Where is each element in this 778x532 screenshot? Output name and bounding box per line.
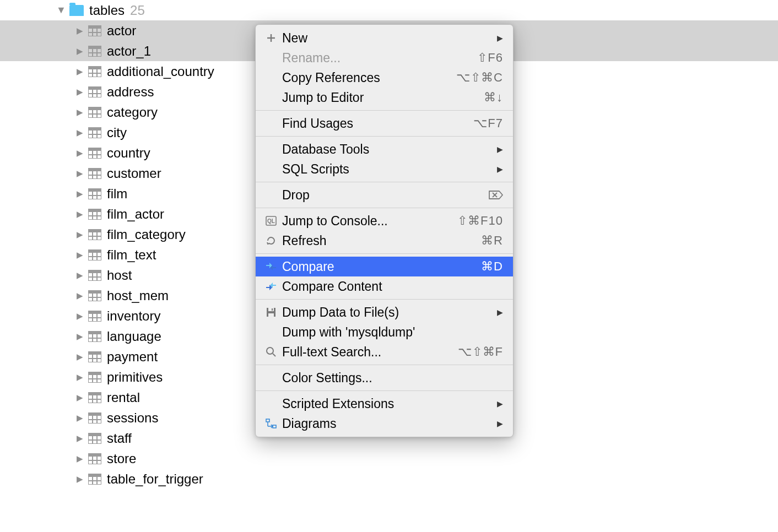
table-icon [88,168,101,179]
svg-rect-106 [88,453,101,457]
tree-item-label: host_mem [107,288,169,303]
chevron-right-icon[interactable] [74,229,86,240]
search-icon [263,346,279,357]
menu-item-sql-scripts[interactable]: SQL Scripts▶ [256,159,513,179]
svg-rect-11 [88,66,101,69]
table-icon [88,86,101,97]
chevron-right-icon[interactable] [74,249,86,260]
menu-separator [256,390,513,391]
chevron-right-icon[interactable] [74,330,86,342]
menu-item-dump-with-mysqldump[interactable]: Dump with 'mysqldump' [256,322,513,342]
table-icon [88,66,101,77]
chevron-right-icon[interactable] [74,392,86,403]
chevron-right-icon[interactable] [74,290,86,301]
svg-rect-31 [88,148,101,151]
menu-item-dump-data-to-file-s[interactable]: Dump Data to File(s)▶ [256,302,513,322]
tree-item-label: payment [107,349,158,365]
table-icon [88,107,101,118]
table-icon [88,25,101,36]
table-icon [88,188,101,199]
menu-item-label: Compare [279,259,481,274]
tree-item-label: actor_1 [107,44,151,59]
svg-rect-46 [88,209,101,212]
menu-item-label: New [279,31,497,46]
menu-item-label: Full-text Search... [279,345,458,360]
menu-item-drop[interactable]: Drop [256,185,513,205]
chevron-right-icon[interactable] [74,45,86,57]
svg-rect-26 [88,127,101,131]
cmp-icon [263,262,279,272]
chevron-right-icon[interactable] [74,432,86,444]
save-icon [263,307,279,317]
menu-item-new[interactable]: New▶ [256,28,513,48]
table-icon [88,229,101,240]
menu-item-jump-to-console[interactable]: QLJump to Console...⇧⌘F10 [256,211,513,231]
menu-separator [256,365,513,365]
chevron-right-icon[interactable] [74,25,86,36]
menu-item-diagrams[interactable]: Diagrams▶ [256,414,513,433]
menu-item-copy-references[interactable]: Copy References⌥⇧⌘C [256,68,513,88]
chevron-right-icon[interactable] [74,473,86,485]
drop-icon [489,189,503,200]
menu-item-compare[interactable]: Compare⌘D [256,257,513,276]
chevron-right-icon[interactable] [74,412,86,424]
menu-item-label: Dump Data to File(s) [279,305,497,320]
chevron-right-icon[interactable] [74,208,86,220]
menu-item-label: Jump to Editor [279,90,484,105]
chevron-right-icon[interactable] [74,66,86,77]
svg-rect-96 [88,412,101,416]
chevron-right-icon[interactable] [74,269,86,281]
chevron-right-icon[interactable] [74,351,86,362]
table-icon [88,311,101,322]
table-icon [88,290,101,301]
chevron-right-icon[interactable] [74,371,86,383]
refresh-icon [263,235,279,246]
menu-item-label: Color Settings... [279,371,503,386]
submenu-arrow-icon: ▶ [497,399,503,408]
chevron-right-icon[interactable] [74,127,86,138]
chevron-right-icon[interactable] [74,147,86,159]
chevron-right-icon[interactable] [74,167,86,179]
chevron-right-icon[interactable] [74,188,86,199]
menu-item-full-text-search[interactable]: Full-text Search...⌥⇧⌘F [256,342,513,362]
menu-separator [256,110,513,111]
plus-icon [263,33,279,43]
svg-rect-91 [88,392,101,395]
svg-rect-61 [88,270,101,273]
table-icon [88,372,101,383]
menu-item-refresh[interactable]: Refresh⌘R [256,231,513,251]
chevron-right-icon[interactable] [74,86,86,97]
svg-text:QL: QL [267,218,275,224]
menu-item-label: Find Usages [279,116,473,131]
menu-item-label: Drop [279,188,489,203]
tree-item-label: customer [107,166,161,181]
tree-folder-tables[interactable]: tables 25 [0,0,778,20]
submenu-arrow-icon: ▶ [497,308,503,317]
menu-item-database-tools[interactable]: Database Tools▶ [256,139,513,159]
menu-item-label: Rename... [279,51,477,66]
submenu-arrow-icon: ▶ [497,145,503,154]
tree-item-label: country [107,145,150,161]
svg-point-125 [267,348,273,354]
chevron-down-icon[interactable] [55,4,67,16]
menu-item-rename: Rename...⇧F6 [256,48,513,68]
menu-shortcut: ⌥⇧⌘F [458,345,503,359]
svg-rect-127 [266,419,269,422]
menu-item-label: Scripted Extensions [279,397,497,411]
chevron-right-icon[interactable] [74,106,86,118]
tree-item-store[interactable]: store [0,448,778,469]
chevron-right-icon[interactable] [74,453,86,464]
menu-item-find-usages[interactable]: Find Usages⌥F7 [256,113,513,133]
tree-item-table_for_trigger[interactable]: table_for_trigger [0,469,778,489]
chevron-right-icon[interactable] [74,310,86,322]
tree-item-label: language [107,329,161,344]
menu-item-compare-content[interactable]: Compare Content [256,276,513,296]
menu-item-jump-to-editor[interactable]: Jump to Editor⌘↓ [256,88,513,107]
menu-item-color-settings[interactable]: Color Settings... [256,368,513,388]
menu-item-scripted-extensions[interactable]: Scripted Extensions▶ [256,394,513,414]
menu-item-label: Dump with 'mysqldump' [279,325,503,340]
submenu-arrow-icon: ▶ [497,34,503,42]
table-icon [88,351,101,362]
menu-item-label: Refresh [279,234,481,248]
svg-rect-76 [88,331,101,334]
